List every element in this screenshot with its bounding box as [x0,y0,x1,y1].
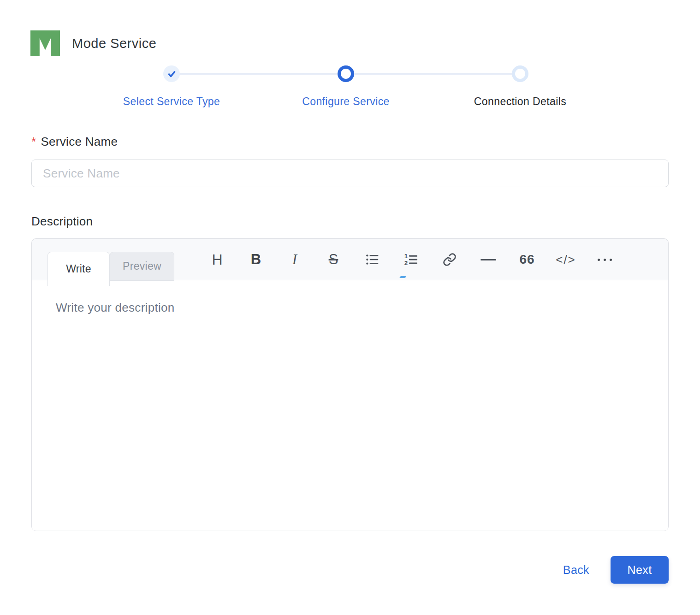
required-asterisk: * [31,135,36,148]
horizontal-rule-button[interactable] [469,239,508,280]
italic-icon: I [292,251,297,268]
tab-write[interactable]: Write [47,252,110,286]
editor-toolbar: Write Preview H B I S [32,239,668,280]
more-options-button[interactable] [585,239,624,280]
formatting-toolbar: H B I S [198,239,624,280]
bold-icon: B [251,251,261,268]
wizard-footer: Back Next [0,556,669,584]
code-icon: </> [556,253,576,267]
italic-button[interactable]: I [275,239,314,280]
step-select-service-type[interactable]: Select Service Type [84,65,259,108]
svg-text:2: 2 [404,260,408,266]
step-connection-details[interactable]: Connection Details [433,65,607,108]
quote-icon: 66 [519,252,534,267]
more-options-icon [598,259,612,261]
step-completed-circle [163,65,180,82]
service-name-input[interactable] [31,160,669,187]
unordered-list-button[interactable] [353,239,392,280]
app-header: Mode Service [0,0,700,56]
step-label: Connection Details [474,95,566,108]
description-editor: Write Preview H B I S [31,238,669,531]
description-label: Description [31,214,669,228]
link-icon [443,253,457,266]
page-title: Mode Service [72,36,156,51]
step-label: Configure Service [302,95,390,108]
step-upcoming-circle [512,65,528,82]
horizontal-rule-icon [481,259,496,260]
code-button[interactable]: </> [546,239,585,280]
check-icon [167,70,176,78]
wizard-stepper: Select Service Type Configure Service Co… [0,65,700,108]
heading-button[interactable]: H [198,239,237,280]
description-textarea[interactable] [32,280,668,530]
configure-service-form: * Service Name Description Write Preview… [31,135,669,531]
ordered-list-icon: 1 2 [403,252,419,267]
service-name-label: Service Name [41,135,118,148]
bold-button[interactable]: B [237,239,275,280]
strikethrough-button[interactable]: S [314,239,353,280]
ordered-list-button[interactable]: 1 2 [392,239,430,280]
service-name-label-row: * Service Name [31,135,669,148]
step-active-circle [338,65,354,82]
quote-button[interactable]: 66 [508,239,546,280]
link-button[interactable] [430,239,469,280]
heading-icon: H [212,251,222,268]
unordered-list-icon [365,252,380,267]
strikethrough-icon: S [329,251,338,268]
tab-preview[interactable]: Preview [110,252,174,281]
back-button[interactable]: Back [563,563,589,577]
next-button[interactable]: Next [611,556,669,584]
svg-text:1: 1 [404,253,408,260]
editor-tabs: Write Preview [47,252,174,286]
step-label: Select Service Type [123,95,220,108]
step-configure-service[interactable]: Configure Service [259,65,433,108]
mode-logo-icon [30,30,60,56]
